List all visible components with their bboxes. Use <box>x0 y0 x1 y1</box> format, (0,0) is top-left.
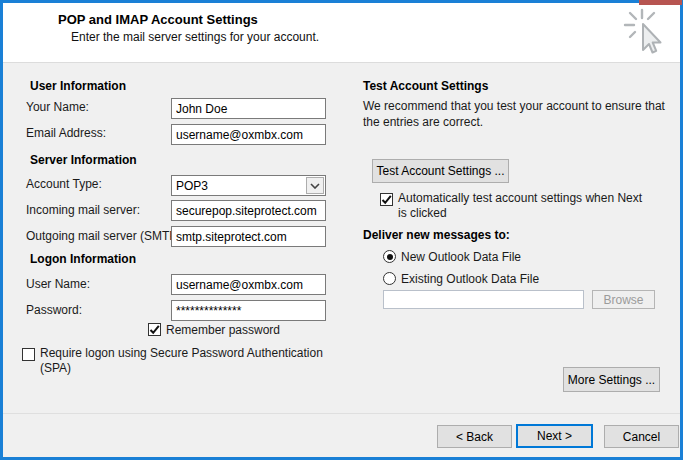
page-title: POP and IMAP Account Settings <box>58 12 258 27</box>
user-name-label: User Name: <box>26 277 90 291</box>
check-icon <box>149 324 160 335</box>
cancel-button[interactable]: Cancel <box>604 425 679 448</box>
new-data-file-label: New Outlook Data File <box>401 250 521 264</box>
outgoing-server-label: Outgoing mail server (SMTP): <box>26 229 185 243</box>
password-label: Password: <box>26 303 82 317</box>
spa-checkbox[interactable] <box>22 348 35 361</box>
account-type-dropdown[interactable]: POP3 <box>171 175 326 196</box>
back-button[interactable]: < Back <box>437 425 512 448</box>
test-account-settings-button[interactable]: Test Account Settings ... <box>372 159 509 183</box>
outgoing-server-field[interactable] <box>171 226 326 247</box>
your-name-field[interactable] <box>171 98 326 119</box>
user-name-field[interactable] <box>171 274 326 295</box>
existing-data-file-path-field <box>383 290 584 309</box>
your-name-label: Your Name: <box>26 100 89 114</box>
existing-data-file-radio[interactable] <box>383 272 396 285</box>
test-description: We recommend that you test your account … <box>363 99 673 130</box>
email-address-label: Email Address: <box>26 126 106 140</box>
next-button[interactable]: Next > <box>516 424 593 448</box>
footer-divider <box>3 413 680 414</box>
incoming-server-field[interactable] <box>171 200 326 221</box>
section-deliver-new-messages: Deliver new messages to: <box>363 228 510 242</box>
auto-test-label: Automatically test account settings when… <box>398 191 653 221</box>
cursor-click-icon <box>623 8 677 62</box>
remember-password-checkbox[interactable] <box>148 323 161 336</box>
incoming-server-label: Incoming mail server: <box>26 203 140 217</box>
check-icon <box>381 194 392 205</box>
password-field[interactable] <box>171 300 326 321</box>
browse-button: Browse <box>592 290 655 309</box>
section-user-information: User Information <box>30 79 126 93</box>
email-address-field[interactable] <box>171 124 326 145</box>
page-subtitle: Enter the mail server settings for your … <box>71 30 319 44</box>
remember-password-label: Remember password <box>166 323 280 337</box>
account-type-value: POP3 <box>176 179 208 193</box>
auto-test-checkbox[interactable] <box>380 193 393 206</box>
section-server-information: Server Information <box>30 153 137 167</box>
chevron-down-icon[interactable] <box>306 177 324 194</box>
overlapping-close-button-fragment <box>639 0 682 5</box>
more-settings-button[interactable]: More Settings ... <box>563 367 660 392</box>
wizard-header: POP and IMAP Account Settings Enter the … <box>3 3 680 63</box>
section-test-account-settings: Test Account Settings <box>363 79 488 93</box>
existing-data-file-label: Existing Outlook Data File <box>401 272 539 286</box>
section-logon-information: Logon Information <box>30 252 136 266</box>
new-data-file-radio[interactable] <box>383 250 396 263</box>
spa-label: Require logon using Secure Password Auth… <box>40 346 340 376</box>
account-type-label: Account Type: <box>26 177 102 191</box>
